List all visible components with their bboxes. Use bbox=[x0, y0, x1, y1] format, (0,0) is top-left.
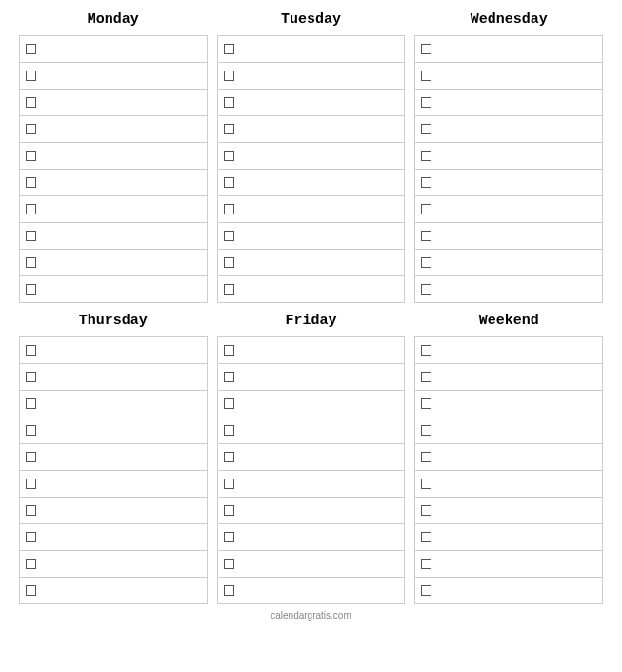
checkbox-icon[interactable] bbox=[224, 151, 234, 161]
checkbox-icon[interactable] bbox=[421, 257, 431, 268]
task-row bbox=[20, 276, 207, 303]
checkbox-icon[interactable] bbox=[224, 71, 234, 81]
task-row bbox=[218, 223, 405, 250]
checkbox-icon[interactable] bbox=[26, 559, 36, 569]
checkbox-icon[interactable] bbox=[224, 257, 234, 268]
checkbox-icon[interactable] bbox=[421, 479, 431, 489]
task-row bbox=[415, 223, 602, 250]
task-list bbox=[217, 35, 406, 303]
task-row bbox=[415, 471, 602, 498]
checkbox-icon[interactable] bbox=[224, 284, 234, 295]
day-column-friday: Friday bbox=[217, 303, 406, 604]
day-column-thursday: Thursday bbox=[19, 303, 208, 604]
checkbox-icon[interactable] bbox=[26, 71, 36, 81]
task-row bbox=[218, 417, 405, 444]
checkbox-icon[interactable] bbox=[26, 452, 36, 462]
checkbox-icon[interactable] bbox=[26, 257, 36, 268]
day-header: Monday bbox=[19, 6, 208, 35]
task-row bbox=[415, 143, 602, 170]
task-row bbox=[218, 36, 405, 63]
task-row bbox=[218, 116, 405, 143]
checkbox-icon[interactable] bbox=[26, 231, 36, 241]
task-row bbox=[218, 578, 405, 604]
checkbox-icon[interactable] bbox=[224, 204, 234, 214]
checkbox-icon[interactable] bbox=[224, 559, 234, 569]
checkbox-icon[interactable] bbox=[26, 151, 36, 161]
task-row bbox=[20, 471, 207, 498]
task-row bbox=[20, 116, 207, 143]
checkbox-icon[interactable] bbox=[26, 425, 36, 436]
task-row bbox=[415, 276, 602, 303]
task-row bbox=[218, 250, 405, 276]
task-row bbox=[218, 170, 405, 196]
checkbox-icon[interactable] bbox=[421, 532, 431, 542]
checkbox-icon[interactable] bbox=[26, 398, 36, 409]
checkbox-icon[interactable] bbox=[26, 204, 36, 214]
checkbox-icon[interactable] bbox=[421, 124, 431, 134]
task-row bbox=[218, 551, 405, 578]
task-list bbox=[19, 336, 208, 604]
task-row bbox=[415, 250, 602, 276]
checkbox-icon[interactable] bbox=[421, 71, 431, 81]
checkbox-icon[interactable] bbox=[26, 284, 36, 295]
checkbox-icon[interactable] bbox=[26, 585, 36, 596]
task-row bbox=[415, 90, 602, 116]
task-row bbox=[20, 63, 207, 90]
checkbox-icon[interactable] bbox=[421, 204, 431, 214]
checkbox-icon[interactable] bbox=[421, 345, 431, 356]
checkbox-icon[interactable] bbox=[26, 44, 36, 54]
checkbox-icon[interactable] bbox=[224, 505, 234, 516]
checkbox-icon[interactable] bbox=[224, 585, 234, 596]
checkbox-icon[interactable] bbox=[421, 284, 431, 295]
checkbox-icon[interactable] bbox=[26, 532, 36, 542]
checkbox-icon[interactable] bbox=[224, 124, 234, 134]
checkbox-icon[interactable] bbox=[224, 479, 234, 489]
task-row bbox=[20, 417, 207, 444]
task-row bbox=[20, 578, 207, 604]
checkbox-icon[interactable] bbox=[26, 124, 36, 134]
checkbox-icon[interactable] bbox=[26, 97, 36, 108]
checkbox-icon[interactable] bbox=[421, 559, 431, 569]
checkbox-icon[interactable] bbox=[421, 97, 431, 108]
task-row bbox=[415, 36, 602, 63]
task-row bbox=[218, 196, 405, 223]
checkbox-icon[interactable] bbox=[421, 425, 431, 436]
day-header: Thursday bbox=[19, 303, 208, 336]
checkbox-icon[interactable] bbox=[224, 532, 234, 542]
checkbox-icon[interactable] bbox=[224, 425, 234, 436]
checkbox-icon[interactable] bbox=[224, 97, 234, 108]
checkbox-icon[interactable] bbox=[421, 177, 431, 188]
checkbox-icon[interactable] bbox=[421, 151, 431, 161]
task-row bbox=[415, 524, 602, 551]
task-row bbox=[415, 551, 602, 578]
planner-grid: Monday Tuesday Wed bbox=[19, 6, 603, 604]
checkbox-icon[interactable] bbox=[421, 231, 431, 241]
checkbox-icon[interactable] bbox=[421, 372, 431, 382]
checkbox-icon[interactable] bbox=[224, 44, 234, 54]
checkbox-icon[interactable] bbox=[26, 345, 36, 356]
task-row bbox=[415, 444, 602, 471]
task-list bbox=[414, 35, 603, 303]
checkbox-icon[interactable] bbox=[421, 44, 431, 54]
checkbox-icon[interactable] bbox=[421, 585, 431, 596]
task-row bbox=[218, 337, 405, 364]
checkbox-icon[interactable] bbox=[26, 505, 36, 516]
task-row bbox=[415, 170, 602, 196]
checkbox-icon[interactable] bbox=[421, 505, 431, 516]
checkbox-icon[interactable] bbox=[224, 452, 234, 462]
day-column-tuesday: Tuesday bbox=[217, 6, 406, 303]
day-column-weekend: Weekend bbox=[414, 303, 603, 604]
checkbox-icon[interactable] bbox=[421, 452, 431, 462]
footer-credit: calendargratis.com bbox=[19, 610, 603, 621]
checkbox-icon[interactable] bbox=[26, 479, 36, 489]
checkbox-icon[interactable] bbox=[224, 231, 234, 241]
checkbox-icon[interactable] bbox=[224, 177, 234, 188]
checkbox-icon[interactable] bbox=[224, 372, 234, 382]
checkbox-icon[interactable] bbox=[26, 372, 36, 382]
checkbox-icon[interactable] bbox=[421, 398, 431, 409]
checkbox-icon[interactable] bbox=[224, 398, 234, 409]
checkbox-icon[interactable] bbox=[26, 177, 36, 188]
checkbox-icon[interactable] bbox=[224, 345, 234, 356]
task-row bbox=[20, 196, 207, 223]
task-row bbox=[20, 170, 207, 196]
